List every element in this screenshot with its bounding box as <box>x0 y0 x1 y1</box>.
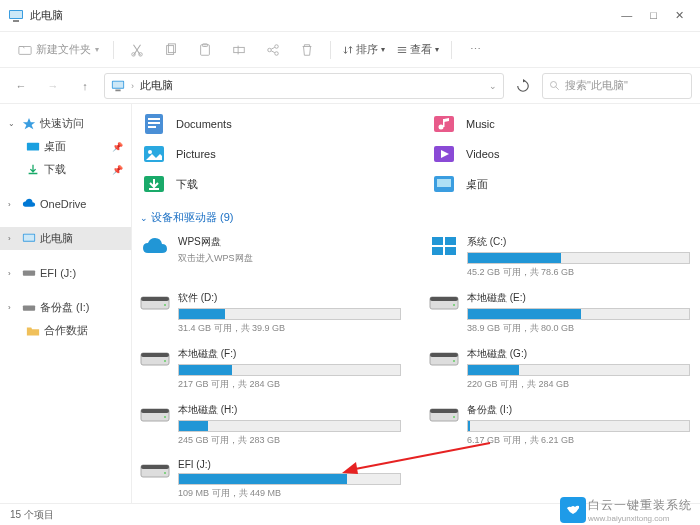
svg-point-45 <box>164 304 166 306</box>
sidebar-quick-access[interactable]: ⌄ 快速访问 <box>0 112 131 135</box>
sidebar-shared[interactable]: 合作数据 <box>0 319 131 342</box>
drive-icon <box>429 403 459 425</box>
chevron-right-icon[interactable]: › <box>8 269 18 278</box>
svg-rect-22 <box>24 234 35 240</box>
drive-item[interactable]: EFI (J:)109 MB 可用，共 449 MB <box>140 459 411 502</box>
up-button[interactable]: ↑ <box>72 73 98 99</box>
sidebar-efi[interactable]: › EFI (J:) <box>0 262 131 284</box>
search-icon <box>549 80 561 92</box>
svg-rect-53 <box>430 353 458 357</box>
library-下载[interactable]: 下载 <box>140 172 410 196</box>
search-box[interactable]: 搜索"此电脑" <box>542 73 692 99</box>
sidebar-backup[interactable]: › 备份盘 (I:) <box>0 296 131 319</box>
sidebar-onedrive[interactable]: › OneDrive <box>0 193 131 215</box>
svg-rect-56 <box>141 409 169 413</box>
delete-button[interactable] <box>292 38 322 62</box>
folder-icon <box>140 142 168 166</box>
library-桌面[interactable]: 桌面 <box>430 172 700 196</box>
svg-rect-2 <box>13 20 19 22</box>
drive-icon <box>140 459 170 481</box>
paste-button[interactable] <box>190 38 220 62</box>
drive-subtitle: 双击进入WPS网盘 <box>178 252 401 265</box>
maximize-button[interactable]: □ <box>650 9 657 22</box>
svg-point-13 <box>275 44 279 48</box>
chevron-right-icon[interactable]: › <box>8 200 18 209</box>
svg-point-60 <box>453 416 455 418</box>
library-music[interactable]: Music <box>430 112 700 136</box>
drive-item[interactable]: 本地磁盘 (E:)38.9 GB 可用，共 80.0 GB <box>429 291 700 337</box>
download-icon <box>26 163 40 177</box>
drive-name: 系统 (C:) <box>467 235 690 249</box>
main-content: DocumentsMusicPicturesVideos下载桌面 ⌄ 设备和驱动… <box>132 104 700 503</box>
close-button[interactable]: ✕ <box>675 9 684 22</box>
storage-bar <box>178 364 401 376</box>
star-icon <box>22 117 36 131</box>
drive-free-space: 45.2 GB 可用，共 78.6 GB <box>467 266 690 279</box>
library-label: Documents <box>176 118 232 130</box>
forward-button[interactable]: → <box>40 73 66 99</box>
minimize-button[interactable]: — <box>621 9 632 22</box>
drive-free-space: 31.4 GB 可用，共 39.9 GB <box>178 322 401 335</box>
section-devices[interactable]: ⌄ 设备和驱动器 (9) <box>140 210 700 225</box>
sort-dropdown[interactable]: 排序 ▾ <box>339 40 389 59</box>
drive-item[interactable]: 系统 (C:)45.2 GB 可用，共 78.6 GB <box>429 235 700 281</box>
storage-bar <box>178 420 401 432</box>
storage-bar <box>467 364 690 376</box>
svg-rect-59 <box>430 409 458 413</box>
share-button[interactable] <box>258 38 288 62</box>
drive-name: 软件 (D:) <box>178 291 401 305</box>
library-label: 桌面 <box>466 177 488 192</box>
library-label: Music <box>466 118 495 130</box>
drive-icon <box>140 403 170 425</box>
refresh-button[interactable] <box>510 73 536 99</box>
pin-icon: 📌 <box>112 142 123 152</box>
drive-item[interactable]: WPS网盘双击进入WPS网盘 <box>140 235 411 281</box>
drive-icon <box>22 266 36 280</box>
drive-icon <box>140 347 170 369</box>
svg-rect-28 <box>148 126 156 128</box>
folder-icon <box>26 324 40 338</box>
copy-button[interactable] <box>156 38 186 62</box>
rename-button[interactable] <box>224 38 254 62</box>
chevron-down-icon[interactable]: ⌄ <box>8 119 18 128</box>
svg-rect-26 <box>148 118 160 120</box>
this-pc-icon <box>111 79 125 93</box>
svg-rect-40 <box>445 237 456 245</box>
svg-rect-44 <box>141 297 169 301</box>
library-documents[interactable]: Documents <box>140 112 410 136</box>
library-pictures[interactable]: Pictures <box>140 142 410 166</box>
drive-icon <box>429 347 459 369</box>
address-dropdown-icon[interactable]: ⌄ <box>489 81 497 91</box>
sidebar-downloads[interactable]: 下载 📌 <box>0 158 131 181</box>
drive-item[interactable]: 软件 (D:)31.4 GB 可用，共 39.9 GB <box>140 291 411 337</box>
desktop-icon <box>26 140 40 154</box>
cut-button[interactable] <box>122 38 152 62</box>
view-icon <box>397 45 407 55</box>
svg-rect-10 <box>234 47 245 52</box>
pin-icon: 📌 <box>112 165 123 175</box>
storage-bar <box>467 308 690 320</box>
item-count: 15 个项目 <box>10 508 54 522</box>
view-dropdown[interactable]: 查看 ▾ <box>393 40 443 59</box>
address-location: 此电脑 <box>140 78 173 93</box>
svg-rect-42 <box>445 247 456 255</box>
drive-item[interactable]: 本地磁盘 (F:)217 GB 可用，共 284 GB <box>140 347 411 393</box>
drive-name: EFI (J:) <box>178 459 401 470</box>
sidebar-desktop[interactable]: 桌面 📌 <box>0 135 131 158</box>
chevron-right-icon[interactable]: › <box>8 234 18 243</box>
chevron-right-icon[interactable]: › <box>8 303 18 312</box>
address-bar[interactable]: › 此电脑 ⌄ <box>104 73 504 99</box>
drive-name: 本地磁盘 (F:) <box>178 347 401 361</box>
drive-item[interactable]: 本地磁盘 (G:)220 GB 可用，共 284 GB <box>429 347 700 393</box>
drive-name: 本地磁盘 (H:) <box>178 403 401 417</box>
new-folder-button[interactable]: 新建文件夹 ▾ <box>12 40 105 59</box>
more-button[interactable]: ⋯ <box>460 38 490 62</box>
drive-item[interactable]: 备份盘 (I:)6.17 GB 可用，共 6.21 GB <box>429 403 700 449</box>
sidebar-this-pc[interactable]: › 此电脑 <box>0 227 131 250</box>
library-videos[interactable]: Videos <box>430 142 700 166</box>
svg-rect-47 <box>430 297 458 301</box>
storage-bar <box>178 308 401 320</box>
drive-item[interactable]: 本地磁盘 (H:)245 GB 可用，共 283 GB <box>140 403 411 449</box>
back-button[interactable]: ← <box>8 73 34 99</box>
svg-point-33 <box>148 150 152 154</box>
